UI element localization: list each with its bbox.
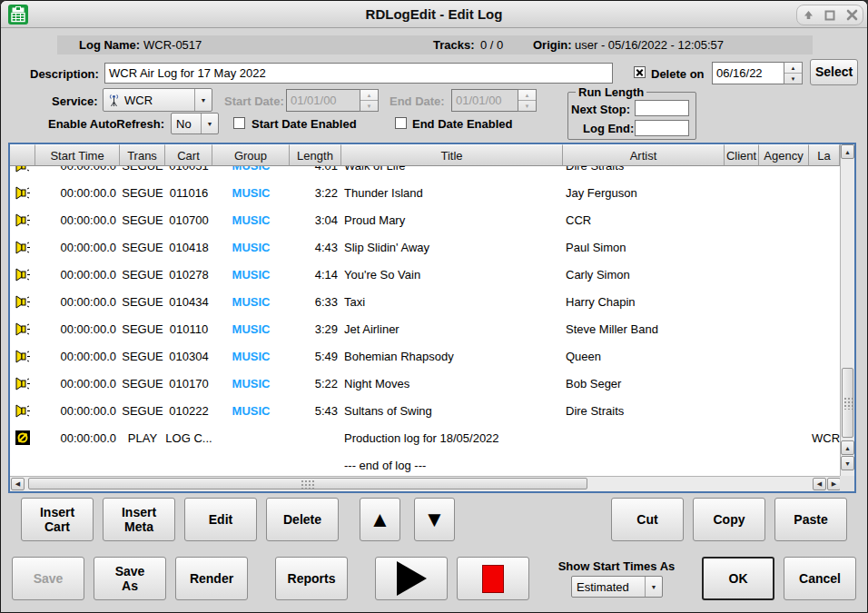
render-button[interactable]: Render xyxy=(175,557,248,600)
cell-len: 4:43 xyxy=(290,233,341,261)
cell-cart: 010434 xyxy=(165,288,212,315)
save-button[interactable]: Save xyxy=(12,557,84,600)
cell-title: Sultans of Swing xyxy=(341,397,563,424)
column-header-label[interactable]: La xyxy=(809,144,840,166)
delete-on-label: Delete on xyxy=(651,67,705,81)
window-title: RDLogEdit - Edit Log xyxy=(1,6,867,22)
scroll-down-icon[interactable]: ▼ xyxy=(841,456,854,470)
column-header-start[interactable]: Start Time xyxy=(35,144,120,166)
cell-group: MUSIC xyxy=(212,288,290,315)
scroll-up-icon[interactable]: ▲ xyxy=(841,144,854,159)
log-row[interactable]: 00:00:00.0SEGUE010222MUSIC5:43Sultans of… xyxy=(10,397,840,424)
move-up-button[interactable]: ▲ xyxy=(360,498,400,541)
next-stop-label: Next Stop: xyxy=(571,103,630,116)
autorefresh-combobox[interactable]: No ▼ xyxy=(171,113,219,134)
cell-title: Jet Airliner xyxy=(341,315,563,342)
column-header-client[interactable]: Client xyxy=(725,144,759,166)
cell-label xyxy=(809,179,840,206)
move-down-button[interactable]: ▼ xyxy=(414,498,455,541)
delete-date-spinner[interactable]: ▲▼ xyxy=(784,62,803,84)
log-row[interactable]: 00:00:00.0SEGUE010051MUSIC4:01Walk of Li… xyxy=(10,166,840,179)
log-end-input[interactable] xyxy=(635,120,689,136)
cut-button[interactable]: Cut xyxy=(611,498,684,541)
column-header-trans[interactable]: Trans xyxy=(120,144,165,166)
log-row[interactable]: 00:00:00.0SEGUE010110MUSIC3:29Jet Airlin… xyxy=(10,315,840,342)
column-header-group[interactable]: Group xyxy=(212,144,290,166)
reports-button[interactable]: Reports xyxy=(275,557,348,600)
show-start-times-combobox[interactable]: Estimated ▼ xyxy=(571,576,663,598)
speaker-icon xyxy=(15,403,31,419)
cell-client xyxy=(725,206,759,233)
cell-len xyxy=(290,424,341,451)
cell-group: MUSIC xyxy=(212,261,290,288)
titlebar[interactable]: RDLogEdit - Edit Log xyxy=(1,1,867,28)
scrollbar-corner xyxy=(840,476,854,491)
next-stop-input[interactable] xyxy=(635,100,689,116)
scroll-right-icon[interactable]: ▶ xyxy=(827,478,841,490)
cell-len: 5:22 xyxy=(290,370,341,397)
play-button[interactable] xyxy=(375,557,448,600)
cell-trans: SEGUE xyxy=(120,288,165,315)
scroll-left2-icon[interactable]: ◀ xyxy=(813,478,826,490)
service-combobox[interactable]: WCR ▼ xyxy=(103,88,212,112)
select-button[interactable]: Select xyxy=(810,59,858,85)
scroll-up2-icon[interactable]: ▲ xyxy=(841,440,854,455)
horizontal-scrollbar[interactable]: ◀ ◀ ▶ xyxy=(10,476,854,491)
vertical-scrollbar[interactable]: ▲ ▲ ▼ xyxy=(840,144,854,476)
cell-label xyxy=(809,315,840,342)
log-row[interactable]: --- end of log --- xyxy=(10,451,840,476)
log-row[interactable]: 00:00:00.0SEGUE010304MUSIC5:49Bohemian R… xyxy=(10,342,840,370)
close-icon[interactable] xyxy=(843,7,860,24)
start-date-enabled-label: Start Date Enabled xyxy=(252,117,357,131)
stop-button[interactable] xyxy=(457,557,529,600)
shade-icon[interactable] xyxy=(800,7,816,24)
log-row[interactable]: 00:00:00.0SEGUE010700MUSIC3:04Proud Mary… xyxy=(10,206,840,233)
copy-button[interactable]: Copy xyxy=(693,498,765,541)
table-header-row: Start TimeTransCartGroupLengthTitleArtis… xyxy=(10,144,840,166)
horizontal-scroll-thumb[interactable] xyxy=(28,478,587,489)
speaker-icon xyxy=(15,166,31,173)
insert-meta-button[interactable]: Insert Meta xyxy=(103,498,175,541)
column-header-title[interactable]: Title xyxy=(341,144,563,166)
end-date-enabled-checkbox[interactable] xyxy=(395,117,407,129)
delete-on-checkbox[interactable] xyxy=(634,66,646,78)
column-header-agency[interactable]: Agency xyxy=(759,144,809,166)
edit-button[interactable]: Edit xyxy=(184,498,257,541)
chevron-down-icon: ▼ xyxy=(201,114,218,133)
cell-start: 00:00:00.0 xyxy=(35,206,120,233)
log-row[interactable]: 00:00:00.0SEGUE011016MUSIC3:22Thunder Is… xyxy=(10,179,840,206)
cell-icon xyxy=(10,166,35,179)
log-row[interactable]: 00:00:00.0PLAYLOG C...Production log for… xyxy=(10,424,840,451)
cell-artist xyxy=(563,424,725,451)
paste-button[interactable]: Paste xyxy=(774,498,847,541)
start-date-enabled-checkbox[interactable] xyxy=(233,117,245,129)
column-header-artist[interactable]: Artist xyxy=(563,144,725,166)
ok-button[interactable]: OK xyxy=(702,557,774,600)
save-as-button[interactable]: Save As xyxy=(94,557,166,600)
delete-date-input[interactable]: 06/16/22 xyxy=(712,62,784,84)
column-header-len[interactable]: Length xyxy=(290,144,341,166)
scroll-left-icon[interactable]: ◀ xyxy=(11,478,25,490)
log-name-value: WCR-0517 xyxy=(143,38,202,52)
service-label: Service: xyxy=(52,94,98,108)
cell-agency xyxy=(759,206,809,233)
maximize-icon[interactable] xyxy=(822,7,838,24)
cell-title: Night Moves xyxy=(341,370,563,397)
insert-cart-button[interactable]: Insert Cart xyxy=(21,498,94,541)
cancel-button[interactable]: Cancel xyxy=(784,557,856,600)
log-row[interactable]: 00:00:00.0SEGUE010278MUSIC4:14You're So … xyxy=(10,261,840,288)
column-header-icon[interactable] xyxy=(10,144,35,166)
cell-agency xyxy=(759,179,809,206)
description-input[interactable]: WCR Air Log for 17 May 2022 xyxy=(104,63,613,84)
down-triangle-icon: ▼ xyxy=(424,507,446,532)
delete-button[interactable]: Delete xyxy=(266,498,339,541)
vertical-scroll-thumb[interactable] xyxy=(842,368,853,438)
cell-artist xyxy=(563,451,725,476)
cell-start: 00:00:00.0 xyxy=(35,370,120,397)
cell-trans: SEGUE xyxy=(120,261,165,288)
log-row[interactable]: 00:00:00.0SEGUE010170MUSIC5:22Night Move… xyxy=(10,370,840,397)
column-header-cart[interactable]: Cart xyxy=(165,144,212,166)
log-row[interactable]: 00:00:00.0SEGUE010418MUSIC4:43Slip Slidi… xyxy=(10,233,840,261)
cell-cart: 010278 xyxy=(165,261,212,288)
log-row[interactable]: 00:00:00.0SEGUE010434MUSIC6:33TaxiHarry … xyxy=(10,288,840,315)
